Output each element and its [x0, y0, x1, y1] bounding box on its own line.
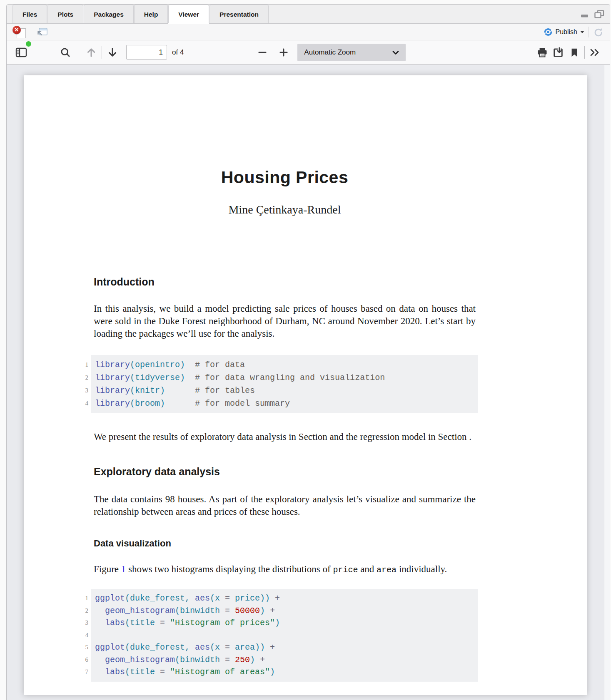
code-line: 3 labs(title = "Histogram of prices")	[95, 617, 478, 629]
code-token-id: )	[250, 655, 260, 665]
code-token-id: (duke_forest,	[125, 593, 195, 603]
code-token-nu: 250	[235, 655, 250, 665]
code-token-fn: geom_histogram	[105, 606, 175, 616]
document-author: Mine Çetinkaya-Rundel	[94, 203, 476, 216]
code-token-op: +	[260, 655, 265, 665]
refresh-icon[interactable]	[593, 27, 604, 37]
code-line-number: 3	[77, 384, 88, 397]
code-token-op: =	[225, 655, 235, 665]
code-line: 2library(tidyverse) # for data wrangling…	[95, 371, 478, 384]
code-token-id: )	[270, 667, 275, 677]
text-run: and	[358, 564, 377, 574]
tab-help[interactable]: Help	[134, 5, 168, 23]
toolbar-divider	[589, 27, 589, 37]
zoom-in-button[interactable]	[276, 44, 292, 61]
minimize-pane-icon[interactable]	[580, 10, 590, 18]
code-token-op: +	[270, 606, 275, 616]
popout-window-icon[interactable]	[36, 27, 48, 37]
code-line-number: 4	[77, 629, 88, 642]
publish-dropdown-caret[interactable]	[580, 31, 584, 33]
code-block-ggplot: 1ggplot(duke_forest, aes(x = price)) +2 …	[91, 589, 478, 682]
code-token-id: area))	[235, 643, 270, 652]
code-token-id: )	[260, 606, 270, 616]
find-in-document-button[interactable]	[57, 44, 73, 61]
publish-button[interactable]: Publish	[544, 28, 584, 36]
toggle-sidebar-button[interactable]	[13, 44, 29, 61]
heading-exploratory-data-analysis: Exploratory data analysis	[94, 466, 220, 478]
code-token-op: =	[225, 643, 235, 652]
pdf-page-1: Housing Prices Mine Çetinkaya-Rundel Int…	[24, 75, 587, 695]
code-token-id: (x	[210, 643, 225, 652]
code-token-op: =	[225, 593, 235, 603]
more-tools-button[interactable]	[587, 44, 603, 61]
code-token-co: # for data wrangling and visualization	[195, 373, 385, 382]
code-token-pl	[95, 618, 105, 628]
code-token-fn: aes	[195, 643, 210, 652]
page-count-label: of 4	[172, 48, 184, 57]
tab-plots[interactable]: Plots	[47, 5, 83, 23]
code-token-op: =	[225, 606, 235, 616]
code-token-fn: ggplot	[95, 593, 125, 603]
tab-packages[interactable]: Packages	[84, 5, 134, 23]
figure-link[interactable]: 1	[121, 564, 126, 574]
code-token-co: # for tables	[195, 386, 255, 395]
code-line-number: 2	[77, 371, 88, 384]
viewer-toolbar: ✕ Publish	[7, 24, 610, 40]
inline-code: area	[377, 565, 397, 575]
code-token-pl	[95, 655, 105, 665]
code-token-pl	[165, 386, 195, 395]
tab-presentation[interactable]: Presentation	[209, 5, 269, 23]
close-red-x-icon: ✕	[12, 26, 21, 34]
code-block-libraries: 1library(openintro) # for data2library(t…	[91, 355, 478, 413]
heading-data-visualization: Data visualization	[94, 538, 171, 549]
code-line-number: 3	[77, 617, 88, 629]
code-token-id: (title	[125, 667, 160, 677]
code-token-co: # for data	[195, 360, 245, 370]
code-token-fn: library	[95, 360, 130, 370]
code-line: 4	[95, 629, 478, 642]
code-token-pl	[95, 606, 105, 616]
bookmark-button[interactable]	[566, 44, 582, 61]
publish-icon	[544, 28, 553, 36]
maximize-pane-icon[interactable]	[594, 10, 605, 19]
code-token-id: (binwidth	[175, 655, 225, 665]
code-line-number: 1	[77, 358, 88, 371]
code-token-op: =	[160, 667, 170, 677]
previous-page-button[interactable]	[83, 44, 99, 61]
print-button[interactable]	[534, 44, 550, 61]
tab-files[interactable]: Files	[12, 5, 47, 23]
page-number-input[interactable]	[126, 45, 167, 60]
tab-viewer[interactable]: Viewer	[168, 5, 209, 23]
pdf-toolbar-divider	[273, 46, 273, 59]
zoom-level-select[interactable]: Automatic Zoom	[297, 44, 406, 61]
pdf-viewport[interactable]: Housing Prices Mine Çetinkaya-Rundel Int…	[7, 65, 610, 700]
code-token-id: (broom)	[130, 399, 165, 408]
code-token-fn: geom_histogram	[105, 655, 175, 665]
paragraph-eda: The data contains 98 houses. As part of …	[94, 493, 476, 518]
pdf-toolbar-divider	[102, 46, 102, 59]
inline-code: price	[333, 565, 358, 575]
paragraph-figure-reference: Figure 1 shows two histograms displaying…	[94, 563, 476, 576]
code-token-id: (knitr)	[130, 386, 165, 395]
sidebar-notification-dot	[26, 41, 31, 47]
vertical-scrollbar[interactable]	[604, 65, 610, 700]
code-token-st: "Histogram of prices"	[170, 618, 275, 628]
paragraph-introduction: In this analysis, we build a model predi…	[94, 303, 476, 340]
paragraph-present-results: We present the results of exploratory da…	[94, 431, 476, 443]
save-download-button[interactable]	[550, 44, 566, 61]
code-line: 5ggplot(duke_forest, aes(x = area)) +	[95, 641, 478, 654]
code-token-co: # for model summary	[195, 399, 290, 408]
next-page-button[interactable]	[105, 44, 120, 61]
code-line-number: 4	[77, 397, 88, 410]
zoom-out-button[interactable]	[254, 44, 270, 61]
code-token-id: price))	[235, 593, 275, 603]
code-token-op: +	[275, 593, 280, 603]
pane-tab-bar: Files Plots Packages Help Viewer Present…	[7, 5, 610, 24]
code-token-pl	[95, 667, 105, 677]
heading-introduction: Introduction	[94, 276, 155, 288]
code-token-fn: library	[95, 386, 130, 395]
code-line: 3library(knitr) # for tables	[95, 384, 478, 397]
clear-viewer-button[interactable]: ✕	[12, 26, 26, 38]
code-line-number: 5	[77, 641, 88, 654]
code-token-id: )	[275, 618, 280, 628]
